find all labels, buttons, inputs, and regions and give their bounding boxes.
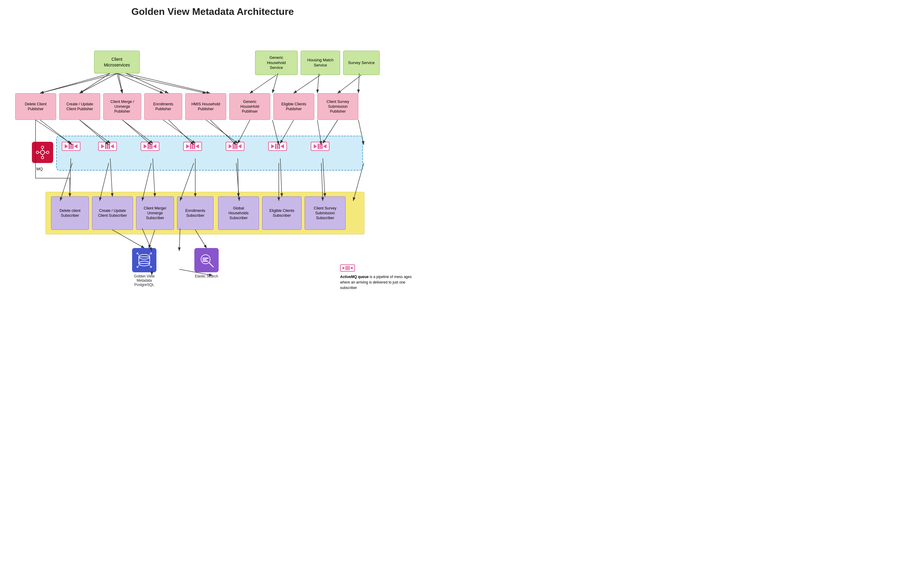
svg-rect-57 xyxy=(202,261,208,262)
generic-household-publisher-box: Generic HouseHold Publihser xyxy=(229,93,270,120)
client-merge-unmerge-subscriber-box: Client Merge/ Unmerge Subscriber xyxy=(136,196,174,230)
postgresql-db-icon: Golden View Metadata PostgreSQL xyxy=(132,248,157,287)
hub-icon xyxy=(36,146,50,159)
delete-client-subscriber-box: Delete client Subscriber xyxy=(51,196,89,230)
svg-rect-39 xyxy=(139,257,150,263)
generic-household-service-box: Generic Household Service xyxy=(255,51,297,75)
elastic-search-icon xyxy=(198,252,215,269)
queue-1 xyxy=(61,142,81,151)
elasticsearch-icon: Elastic Search xyxy=(194,248,219,278)
svg-point-31 xyxy=(41,156,44,159)
survey-service-box: Survey Service xyxy=(343,51,380,75)
page-title: Golden View Metadata Architecture xyxy=(6,6,419,17)
enrollments-subscriber-box: Enrollments Subscriber xyxy=(177,196,213,230)
svg-line-6 xyxy=(272,73,278,93)
client-microservices-box: Client Microservices xyxy=(94,51,140,73)
hmis-household-publisher-box: HMIS Household Publisher xyxy=(185,93,226,120)
svg-point-30 xyxy=(41,146,44,149)
svg-line-3 xyxy=(118,73,122,93)
svg-line-8 xyxy=(358,73,359,93)
queue-6 xyxy=(268,142,287,151)
svg-rect-55 xyxy=(202,258,209,258)
global-households-subscriber-box: Global Households Subscriber xyxy=(218,196,259,230)
svg-line-47 xyxy=(137,265,139,267)
elasticsearch-label: Elastic Search xyxy=(195,274,218,278)
client-merge-unmerge-publisher-box: Client Merge / Unmerge Publisher xyxy=(103,93,141,120)
legend-text: ActiveMQ queue is a pipeline of mess age… xyxy=(340,274,416,291)
activemq-region xyxy=(56,136,363,171)
svg-rect-56 xyxy=(202,259,207,260)
client-survey-submission-publisher-box: Client Survey Submission Publisher xyxy=(317,93,358,120)
svg-line-44 xyxy=(149,253,152,255)
svg-line-7 xyxy=(317,73,319,93)
housing-match-service-box: Housing Match Service xyxy=(301,51,340,75)
eligible-clients-publisher-box: Eligible Clients Publisher xyxy=(273,93,314,120)
svg-line-41 xyxy=(137,253,139,255)
svg-line-5 xyxy=(126,73,210,93)
queue-3 xyxy=(141,142,159,151)
legend-queue-icon xyxy=(340,264,355,272)
mq-label: MQ xyxy=(36,166,43,171)
database-icon xyxy=(136,252,153,269)
svg-point-32 xyxy=(36,151,39,153)
enrollments-publisher-box: Enrollments Publisher xyxy=(144,93,182,120)
client-survey-submission-subscriber-box: Client Survey Submission Subscriber xyxy=(305,196,346,230)
svg-point-33 xyxy=(47,151,49,153)
queue-2 xyxy=(98,142,117,151)
svg-line-1 xyxy=(40,73,110,93)
svg-line-54 xyxy=(209,263,213,267)
svg-line-4 xyxy=(126,73,168,93)
delete-client-publisher-box: Delete Client Publisher xyxy=(15,93,56,120)
mq-icon xyxy=(32,142,53,163)
queue-5 xyxy=(226,142,244,151)
svg-line-50 xyxy=(149,265,152,267)
queue-7 xyxy=(311,142,330,151)
svg-line-2 xyxy=(79,73,110,93)
legend: ActiveMQ queue is a pipeline of mess age… xyxy=(340,264,416,291)
svg-point-29 xyxy=(40,150,45,155)
create-update-client-publisher-box: Create / Update Client Publisher xyxy=(59,93,100,120)
create-update-client-subscriber-box: Create / Update Client Subscriber xyxy=(92,196,133,230)
eligible-clients-subscriber-box: Eligible Clients Subscriber xyxy=(262,196,302,230)
queue-4 xyxy=(183,142,202,151)
postgresql-label: Golden View Metadata PostgreSQL xyxy=(134,274,155,287)
